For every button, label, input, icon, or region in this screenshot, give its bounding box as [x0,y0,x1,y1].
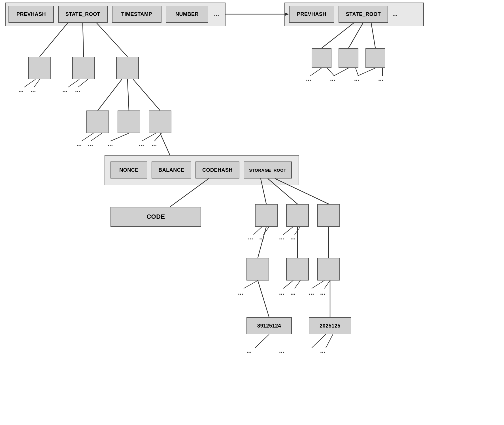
ellipsis-s2-2b: ... [290,289,295,296]
block1-number: NUMBER [166,6,208,23]
block2-prevhash: PREVHASH [289,6,334,23]
svg-line-4 [40,23,68,57]
ellipsis-s1-2b: ... [290,234,295,241]
value-box-1: 89125124 [246,317,292,334]
ellipsis-n1-1b: ... [31,86,36,94]
svg-line-16 [110,133,129,141]
diagram-container: PREVHASH STATE_ROOT TIMESTAMP NUMBER ...… [0,0,504,425]
storage-node-l2-1 [246,258,269,280]
svg-line-33 [258,280,269,317]
ellipsis-s2-3a: ... [309,289,314,296]
ellipsis-n1-2a: ... [62,86,67,94]
ellipsis-n2-3b: ... [152,140,157,148]
ellipsis-r1c: ... [354,75,359,82]
svg-line-25 [254,227,262,235]
svg-line-26 [263,227,269,235]
storage-node-l1-1 [255,204,278,227]
ellipsis-s1-1a: ... [248,234,253,241]
trie-node-l1-2 [72,57,95,79]
trie-node-l2-1 [86,110,109,133]
svg-line-46 [327,68,334,76]
storage-node-l2-2 [286,258,309,280]
trie-node-l2-3 [149,110,171,133]
account-codehash: CODEHASH [195,162,239,178]
ellipsis-v1: ... [246,347,252,354]
ellipsis-n2-1a: ... [76,140,82,148]
ellipsis-n2-3a: ... [139,140,144,148]
svg-line-11 [98,79,122,110]
svg-line-14 [82,133,93,141]
block1-stateroot: STATE_ROOT [58,6,108,23]
right-trie-node-3 [365,48,385,68]
svg-line-22 [261,178,266,204]
block2-stateroot: STATE_ROOT [339,6,388,23]
svg-line-17 [142,133,156,141]
block1-prevhash: PREVHASH [8,6,54,23]
value-box-2: 2025125 [309,317,351,334]
ellipsis-s2-2a: ... [279,289,284,296]
svg-marker-3 [285,12,289,16]
svg-line-39 [255,334,269,348]
svg-line-8 [34,79,40,87]
ellipsis-r1d: ... [378,75,383,82]
trie-node-l1-3 [116,57,139,79]
ellipsis-s1-1b: ... [259,234,264,241]
svg-line-27 [283,227,293,235]
ellipsis-n2-2a: ... [108,140,113,148]
svg-line-30 [258,227,266,258]
svg-line-28 [295,227,300,235]
svg-line-24 [275,178,329,204]
svg-line-7 [24,79,35,87]
account-balance: BALANCE [152,162,191,178]
svg-line-13 [133,79,160,110]
svg-line-41 [326,334,333,348]
svg-line-43 [348,23,363,48]
svg-line-40 [312,334,326,348]
svg-line-48 [356,68,358,76]
svg-line-15 [91,133,102,141]
right-trie-node-2 [339,48,358,68]
ellipsis-row1: ... [214,10,219,18]
svg-line-32 [244,280,258,288]
right-trie-node-1 [312,48,331,68]
ellipsis-n2-1b: ... [88,140,93,148]
ellipsis-r1b: ... [330,75,335,82]
svg-line-34 [283,280,293,288]
ellipsis-n1-2b: ... [75,86,80,94]
svg-line-18 [154,133,161,141]
svg-line-45 [310,68,322,76]
ellipsis-r1a: ... [306,75,311,82]
account-nonce: NONCE [110,162,147,178]
ellipsis-v2-r: ... [320,347,325,354]
storage-node-l1-2 [286,204,309,227]
ellipsis-n1-1a: ... [18,86,24,94]
svg-line-23 [268,178,297,204]
storage-node-l1-3 [317,204,340,227]
svg-line-5 [83,23,84,57]
svg-line-12 [127,79,129,110]
ellipsis-s2-1a: ... [238,289,243,296]
svg-line-36 [312,280,324,288]
code-box: CODE [110,207,201,227]
svg-line-20 [160,133,170,155]
svg-line-35 [295,280,300,288]
trie-node-l2-2 [118,110,140,133]
ellipsis-s1-2a: ... [279,234,284,241]
svg-line-9 [68,79,79,87]
svg-line-6 [96,23,127,57]
storage-node-l2-3 [317,258,340,280]
ellipsis-s2-3b: ... [320,289,325,296]
ellipsis-right-row: ... [392,10,397,18]
svg-line-37 [324,280,330,288]
account-storageroot: STORAGE_ROOT [244,162,292,178]
ellipsis-v2-l: ... [279,347,284,354]
svg-line-42 [322,23,354,48]
trie-node-l1-1 [28,57,51,79]
svg-line-49 [358,68,375,76]
block1-timestamp: TIMESTAMP [112,6,161,23]
svg-line-47 [334,68,348,76]
svg-line-44 [371,23,375,48]
svg-line-10 [78,79,88,87]
